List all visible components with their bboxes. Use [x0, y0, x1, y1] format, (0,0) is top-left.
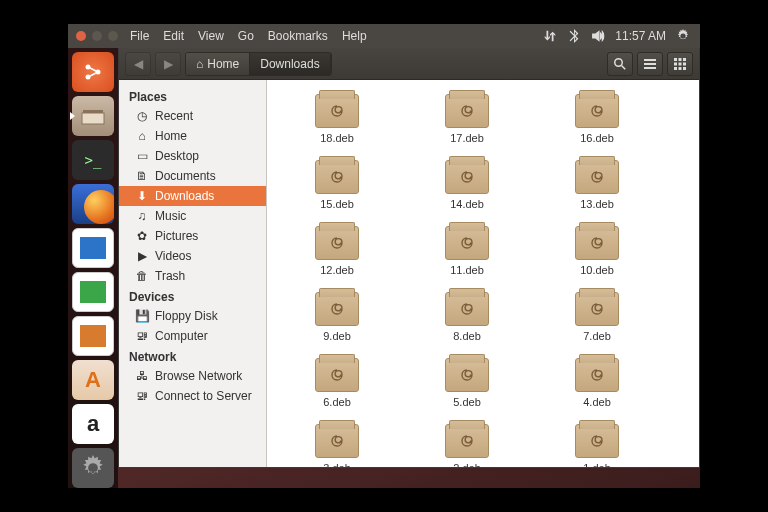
file-name-label: 10.deb — [580, 264, 614, 276]
menu-edit[interactable]: Edit — [163, 29, 184, 43]
launcher-firefox[interactable] — [72, 184, 114, 224]
sidebar-item-label: Trash — [155, 269, 185, 283]
file-item[interactable]: 4.deb — [567, 358, 627, 408]
file-item[interactable]: 17.deb — [437, 94, 497, 144]
file-item[interactable]: 7.deb — [567, 292, 627, 342]
file-item[interactable]: 18.deb — [307, 94, 367, 144]
sidebar-item-connect-to-server[interactable]: 🖳Connect to Server — [119, 386, 266, 406]
file-name-label: 15.deb — [320, 198, 354, 210]
back-button[interactable]: ◀ — [125, 52, 151, 76]
svg-rect-10 — [674, 58, 677, 61]
file-item[interactable]: 6.deb — [307, 358, 367, 408]
file-item[interactable]: 5.deb — [437, 358, 497, 408]
view-list-button[interactable] — [637, 52, 663, 76]
svg-rect-16 — [674, 67, 677, 70]
network-icon[interactable] — [543, 29, 557, 43]
window-controls — [68, 31, 126, 41]
menu-file[interactable]: File — [130, 29, 149, 43]
package-icon — [445, 226, 489, 260]
launcher-terminal[interactable]: >_ — [72, 140, 114, 180]
file-item[interactable]: 10.deb — [567, 226, 627, 276]
file-item[interactable]: 3.deb — [307, 424, 367, 467]
sidebar-item-label: Documents — [155, 169, 216, 183]
sidebar-item-documents[interactable]: 🗎Documents — [119, 166, 266, 186]
svg-rect-13 — [674, 62, 677, 65]
launcher-writer[interactable] — [72, 228, 114, 268]
file-name-label: 16.deb — [580, 132, 614, 144]
volume-icon[interactable] — [591, 29, 605, 43]
sidebar-item-browse-network[interactable]: 🖧Browse Network — [119, 366, 266, 386]
launcher-calc[interactable] — [72, 272, 114, 312]
sidebar-item-downloads[interactable]: ⬇Downloads — [119, 186, 266, 206]
menu-help[interactable]: Help — [342, 29, 367, 43]
file-name-label: 13.deb — [580, 198, 614, 210]
sidebar-item-label: Floppy Disk — [155, 309, 218, 323]
file-item[interactable]: 15.deb — [307, 160, 367, 210]
launcher-amazon[interactable]: a — [72, 404, 114, 444]
sidebar-item-pictures[interactable]: ✿Pictures — [119, 226, 266, 246]
file-item[interactable]: 11.deb — [437, 226, 497, 276]
sidebar-item-label: Videos — [155, 249, 191, 263]
sidebar-item-recent[interactable]: ◷Recent — [119, 106, 266, 126]
sidebar-item-videos[interactable]: ▶Videos — [119, 246, 266, 266]
file-item[interactable]: 14.deb — [437, 160, 497, 210]
view-grid-button[interactable] — [667, 52, 693, 76]
sidebar-item-music[interactable]: ♫Music — [119, 206, 266, 226]
file-item[interactable]: 12.deb — [307, 226, 367, 276]
svg-rect-5 — [82, 113, 104, 124]
bluetooth-icon[interactable] — [567, 29, 581, 43]
file-item[interactable]: 16.deb — [567, 94, 627, 144]
window-minimize-button[interactable] — [92, 31, 102, 41]
menu-view[interactable]: View — [198, 29, 224, 43]
window-maximize-button[interactable] — [108, 31, 118, 41]
settings-gear-icon[interactable] — [676, 29, 690, 43]
package-icon — [315, 292, 359, 326]
file-item[interactable]: 1.deb — [567, 424, 627, 467]
menu-bookmarks[interactable]: Bookmarks — [268, 29, 328, 43]
sidebar-item-desktop[interactable]: ▭Desktop — [119, 146, 266, 166]
file-item[interactable]: 13.deb — [567, 160, 627, 210]
sidebar-item-trash[interactable]: 🗑Trash — [119, 266, 266, 286]
file-item[interactable]: 9.deb — [307, 292, 367, 342]
package-icon — [575, 292, 619, 326]
file-name-label: 7.deb — [583, 330, 611, 342]
file-manager-window: ◀ ▶ ⌂ Home Downloads Places ◷Recent⌂Home… — [118, 48, 700, 468]
breadcrumb-home-label: Home — [207, 57, 239, 71]
forward-button[interactable]: ▶ — [155, 52, 181, 76]
file-name-label: 11.deb — [450, 264, 484, 276]
clock[interactable]: 11:57 AM — [615, 29, 666, 43]
menu-go[interactable]: Go — [238, 29, 254, 43]
svg-rect-17 — [679, 67, 682, 70]
launcher-dash[interactable] — [72, 52, 114, 92]
svg-rect-12 — [683, 58, 686, 61]
sidebar-header-devices: Devices — [119, 286, 266, 306]
window-close-button[interactable] — [76, 31, 86, 41]
file-name-label: 6.deb — [323, 396, 351, 408]
sidebar-item-home[interactable]: ⌂Home — [119, 126, 266, 146]
package-icon — [315, 94, 359, 128]
breadcrumb-downloads[interactable]: Downloads — [250, 53, 330, 75]
sidebar-item-computer[interactable]: 🖳Computer — [119, 326, 266, 346]
sidebar-item-label: Music — [155, 209, 186, 223]
sidebar-item-floppy-disk[interactable]: 💾Floppy Disk — [119, 306, 266, 326]
launcher-software-center[interactable]: A — [72, 360, 114, 400]
file-name-label: 5.deb — [453, 396, 481, 408]
computer-icon: 🖳 — [135, 329, 149, 343]
file-item[interactable]: 8.deb — [437, 292, 497, 342]
svg-rect-14 — [679, 62, 682, 65]
file-grid[interactable]: 18.deb17.deb16.deb15.deb14.deb13.deb12.d… — [267, 80, 699, 467]
svg-rect-9 — [644, 67, 656, 69]
file-item[interactable]: 2.deb — [437, 424, 497, 467]
file-name-label: 8.deb — [453, 330, 481, 342]
breadcrumb-home[interactable]: ⌂ Home — [186, 53, 250, 75]
sidebar-header-network: Network — [119, 346, 266, 366]
file-name-label: 9.deb — [323, 330, 351, 342]
search-button[interactable] — [607, 52, 633, 76]
launcher-settings[interactable] — [72, 448, 114, 488]
launcher-impress[interactable] — [72, 316, 114, 356]
svg-rect-11 — [679, 58, 682, 61]
pictures-icon: ✿ — [135, 229, 149, 243]
browse-network-icon: 🖧 — [135, 369, 149, 383]
launcher-files[interactable] — [72, 96, 114, 136]
sidebar-item-label: Browse Network — [155, 369, 242, 383]
